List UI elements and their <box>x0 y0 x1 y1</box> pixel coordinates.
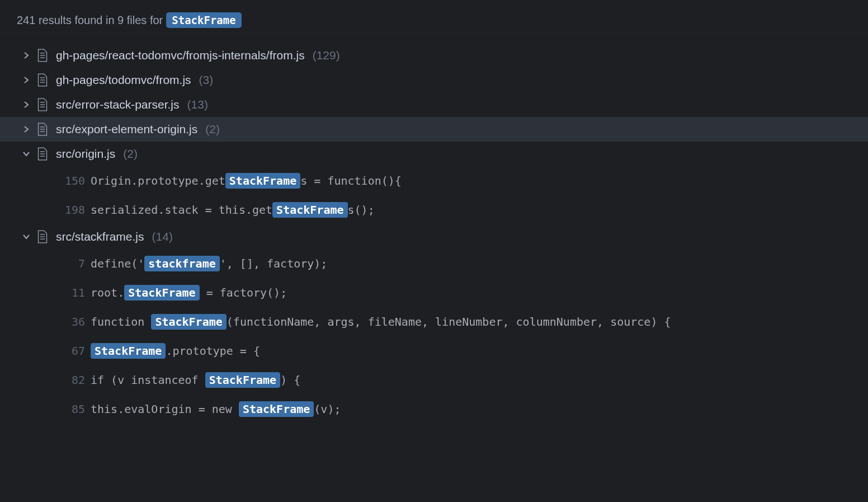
file-icon <box>37 230 48 243</box>
file-path: src/stackframe.js <box>56 230 144 243</box>
file-path: src/export-element-origin.js <box>56 123 197 136</box>
code-text: (v); <box>314 402 341 416</box>
match-highlight: StackFrame <box>124 285 199 301</box>
line-number: 67 <box>56 344 85 358</box>
code-text: s(); <box>348 203 375 217</box>
file-path: src/origin.js <box>56 147 115 161</box>
file-match-count: (2) <box>205 123 220 136</box>
file-icon <box>37 73 48 87</box>
file-result-row[interactable]: src/error-stack-parser.js(13) <box>0 92 868 117</box>
search-results-list: gh-pages/react-todomvc/fromjs-internals/… <box>0 39 868 424</box>
code-text: root. <box>91 286 124 299</box>
file-path: gh-pages/todomvc/from.js <box>56 73 191 87</box>
match-highlight: StackFrame <box>91 343 166 359</box>
chevron-down-icon[interactable] <box>22 151 30 157</box>
file-path: gh-pages/react-todomvc/fromjs-internals/… <box>56 49 305 62</box>
match-highlight: StackFrame <box>151 314 226 330</box>
line-number: 150 <box>56 174 85 187</box>
code-text: = factory(); <box>200 286 287 299</box>
match-row[interactable]: 67StackFrame.prototype = { <box>0 336 868 365</box>
file-icon <box>37 123 48 136</box>
chevron-right-icon[interactable] <box>22 126 30 133</box>
chevron-right-icon[interactable] <box>22 52 30 59</box>
code-text: define(' <box>91 257 144 270</box>
match-highlight: stackframe <box>144 256 219 271</box>
match-highlight: StackFrame <box>205 372 280 388</box>
file-icon <box>37 98 48 111</box>
code-text: this.evalOrigin = new <box>91 402 239 416</box>
file-match-count: (14) <box>152 230 173 243</box>
code-preview: Origin.prototype.getStackFrames = functi… <box>91 174 402 187</box>
code-text: if (v instanceof <box>91 373 205 387</box>
code-preview: function StackFrame(functionName, args, … <box>91 315 671 329</box>
match-row[interactable]: 11root.StackFrame = factory(); <box>0 278 868 307</box>
match-row[interactable]: 36function StackFrame(functionName, args… <box>0 307 868 336</box>
code-text: function <box>91 315 151 329</box>
match-row[interactable]: 7define('stackframe', [], factory); <box>0 249 868 278</box>
line-number: 36 <box>56 315 85 329</box>
file-result-row[interactable]: gh-pages/todomvc/from.js(3) <box>0 68 868 92</box>
code-text: Origin.prototype.get <box>91 174 225 187</box>
match-row[interactable]: 198serialized.stack = this.getStackFrame… <box>0 195 868 224</box>
match-highlight: StackFrame <box>239 401 314 417</box>
chevron-right-icon[interactable] <box>22 101 30 108</box>
file-match-count: (129) <box>313 49 340 62</box>
chevron-down-icon[interactable] <box>22 234 30 240</box>
file-result-row[interactable]: src/export-element-origin.js(2) <box>0 117 868 142</box>
file-match-count: (13) <box>187 98 208 111</box>
file-result-row[interactable]: gh-pages/react-todomvc/fromjs-internals/… <box>0 43 868 68</box>
file-icon <box>37 49 48 62</box>
file-path: src/error-stack-parser.js <box>56 98 180 111</box>
code-preview: define('stackframe', [], factory); <box>91 257 327 270</box>
code-preview: serialized.stack = this.getStackFrames()… <box>91 203 375 217</box>
match-highlight: StackFrame <box>225 173 300 189</box>
file-icon <box>37 147 48 161</box>
code-text: serialized.stack = this.get <box>91 203 272 217</box>
file-match-count: (3) <box>199 73 214 87</box>
results-summary-text: 241 results found in 9 files for <box>17 14 163 27</box>
line-number: 11 <box>56 286 85 299</box>
match-highlight: StackFrame <box>272 202 347 218</box>
match-row[interactable]: 150Origin.prototype.getStackFrames = fun… <box>0 166 868 195</box>
line-number: 198 <box>56 203 85 217</box>
code-preview: root.StackFrame = factory(); <box>91 286 287 299</box>
code-text: .prototype = { <box>166 344 260 358</box>
chevron-right-icon[interactable] <box>22 77 30 83</box>
code-text: (functionName, args, fileName, lineNumbe… <box>227 315 671 329</box>
match-row[interactable]: 85this.evalOrigin = new StackFrame(v); <box>0 395 868 424</box>
line-number: 7 <box>56 257 85 270</box>
code-preview: if (v instanceof StackFrame) { <box>91 373 300 387</box>
code-text: ', [], factory); <box>220 257 328 270</box>
file-result-row[interactable]: src/stackframe.js(14) <box>0 224 868 249</box>
code-preview: this.evalOrigin = new StackFrame(v); <box>91 402 341 416</box>
file-match-count: (2) <box>123 147 138 161</box>
search-results-header: 241 results found in 9 files for StackFr… <box>0 0 868 39</box>
code-preview: StackFrame.prototype = { <box>91 344 260 358</box>
code-text: ) { <box>280 373 300 387</box>
line-number: 82 <box>56 373 85 387</box>
file-result-row[interactable]: src/origin.js(2) <box>0 142 868 166</box>
code-text: s = function(){ <box>300 174 402 187</box>
match-row[interactable]: 82if (v instanceof StackFrame) { <box>0 365 868 395</box>
search-term-badge: StackFrame <box>166 12 241 28</box>
line-number: 85 <box>56 402 85 416</box>
